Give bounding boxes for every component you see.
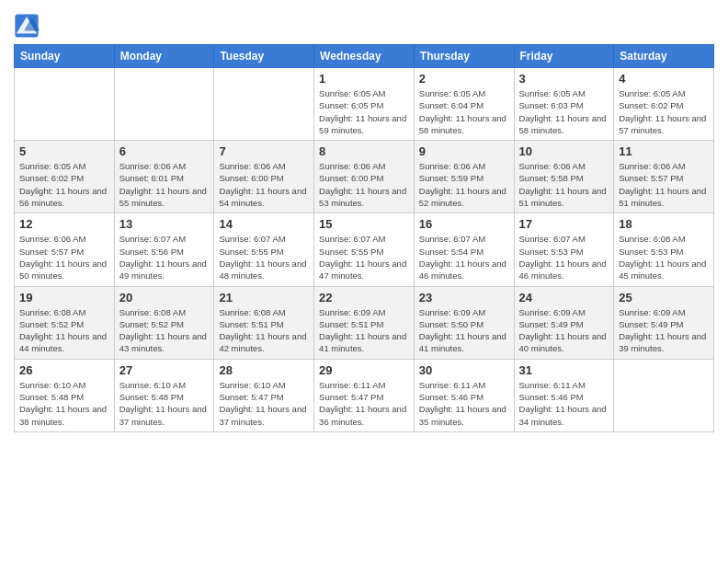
- calendar-cell: 10Sunrise: 6:06 AMSunset: 5:58 PMDayligh…: [514, 141, 614, 213]
- weekday-header-tuesday: Tuesday: [214, 45, 314, 68]
- day-info: Sunrise: 6:10 AMSunset: 5:47 PMDaylight:…: [219, 379, 309, 428]
- weekday-header-thursday: Thursday: [414, 45, 514, 68]
- header: [14, 9, 714, 39]
- day-number: 5: [19, 144, 109, 158]
- calendar-cell: 1Sunrise: 6:05 AMSunset: 6:05 PMDaylight…: [314, 68, 415, 141]
- calendar-cell: 31Sunrise: 6:11 AMSunset: 5:46 PMDayligh…: [514, 359, 614, 431]
- day-number: 20: [119, 291, 210, 304]
- calendar-cell: 23Sunrise: 6:09 AMSunset: 5:50 PMDayligh…: [414, 286, 514, 359]
- day-number: 1: [319, 72, 409, 86]
- calendar-week-row: 12Sunrise: 6:06 AMSunset: 5:57 PMDayligh…: [15, 213, 714, 286]
- calendar-cell: 19Sunrise: 6:08 AMSunset: 5:52 PMDayligh…: [15, 286, 115, 359]
- calendar-cell: 5Sunrise: 6:05 AMSunset: 6:02 PMDaylight…: [15, 141, 115, 213]
- weekday-header-friday: Friday: [514, 45, 614, 68]
- calendar-week-row: 19Sunrise: 6:08 AMSunset: 5:52 PMDayligh…: [15, 286, 714, 359]
- day-info: Sunrise: 6:06 AMSunset: 6:01 PMDaylight:…: [119, 160, 210, 209]
- calendar-table: SundayMondayTuesdayWednesdayThursdayFrid…: [14, 44, 714, 432]
- day-info: Sunrise: 6:06 AMSunset: 5:57 PMDaylight:…: [619, 160, 709, 209]
- day-number: 12: [19, 217, 109, 231]
- calendar-week-row: 5Sunrise: 6:05 AMSunset: 6:02 PMDaylight…: [15, 141, 714, 213]
- calendar-cell: 22Sunrise: 6:09 AMSunset: 5:51 PMDayligh…: [314, 286, 415, 359]
- day-number: 25: [619, 291, 709, 304]
- weekday-header-monday: Monday: [114, 45, 214, 68]
- day-info: Sunrise: 6:09 AMSunset: 5:49 PMDaylight:…: [519, 306, 609, 355]
- calendar-cell: 26Sunrise: 6:10 AMSunset: 5:48 PMDayligh…: [15, 359, 115, 431]
- calendar-cell: 29Sunrise: 6:11 AMSunset: 5:47 PMDayligh…: [314, 359, 415, 431]
- day-info: Sunrise: 6:05 AMSunset: 6:02 PMDaylight:…: [619, 87, 709, 136]
- day-number: 2: [419, 72, 509, 86]
- calendar-cell: 24Sunrise: 6:09 AMSunset: 5:49 PMDayligh…: [514, 286, 614, 359]
- day-info: Sunrise: 6:09 AMSunset: 5:50 PMDaylight:…: [419, 306, 509, 355]
- day-number: 21: [219, 291, 309, 304]
- day-info: Sunrise: 6:07 AMSunset: 5:56 PMDaylight:…: [119, 233, 210, 282]
- calendar-cell: 6Sunrise: 6:06 AMSunset: 6:01 PMDaylight…: [114, 141, 214, 213]
- day-number: 11: [619, 144, 709, 158]
- calendar-cell: 28Sunrise: 6:10 AMSunset: 5:47 PMDayligh…: [214, 359, 314, 431]
- day-info: Sunrise: 6:06 AMSunset: 5:58 PMDaylight:…: [519, 160, 609, 209]
- calendar-cell: 25Sunrise: 6:09 AMSunset: 5:49 PMDayligh…: [614, 286, 714, 359]
- day-info: Sunrise: 6:11 AMSunset: 5:46 PMDaylight:…: [419, 379, 509, 428]
- day-number: 29: [319, 363, 409, 377]
- day-number: 19: [19, 291, 109, 304]
- day-info: Sunrise: 6:05 AMSunset: 6:02 PMDaylight:…: [19, 160, 109, 209]
- day-info: Sunrise: 6:05 AMSunset: 6:05 PMDaylight:…: [319, 87, 409, 136]
- calendar-cell: [15, 68, 115, 141]
- day-info: Sunrise: 6:06 AMSunset: 5:59 PMDaylight:…: [419, 160, 509, 209]
- day-info: Sunrise: 6:05 AMSunset: 6:03 PMDaylight:…: [519, 87, 609, 136]
- day-number: 3: [519, 72, 609, 86]
- day-number: 30: [419, 363, 509, 377]
- day-number: 14: [219, 217, 309, 231]
- day-info: Sunrise: 6:11 AMSunset: 5:46 PMDaylight:…: [519, 379, 609, 428]
- day-info: Sunrise: 6:06 AMSunset: 6:00 PMDaylight:…: [219, 160, 309, 209]
- day-number: 6: [119, 144, 210, 158]
- logo-icon: [14, 13, 40, 39]
- calendar-cell: 27Sunrise: 6:10 AMSunset: 5:48 PMDayligh…: [114, 359, 214, 431]
- calendar-cell: 7Sunrise: 6:06 AMSunset: 6:00 PMDaylight…: [214, 141, 314, 213]
- day-info: Sunrise: 6:08 AMSunset: 5:51 PMDaylight:…: [219, 306, 309, 355]
- day-info: Sunrise: 6:07 AMSunset: 5:53 PMDaylight:…: [519, 233, 609, 282]
- day-info: Sunrise: 6:10 AMSunset: 5:48 PMDaylight:…: [19, 379, 109, 428]
- day-info: Sunrise: 6:11 AMSunset: 5:47 PMDaylight:…: [319, 379, 409, 428]
- calendar-cell: 30Sunrise: 6:11 AMSunset: 5:46 PMDayligh…: [414, 359, 514, 431]
- day-number: 31: [519, 363, 609, 377]
- calendar-cell: [614, 359, 714, 431]
- day-info: Sunrise: 6:06 AMSunset: 6:00 PMDaylight:…: [319, 160, 409, 209]
- page: SundayMondayTuesdayWednesdayThursdayFrid…: [0, 0, 728, 563]
- day-info: Sunrise: 6:07 AMSunset: 5:55 PMDaylight:…: [319, 233, 409, 282]
- calendar-cell: 4Sunrise: 6:05 AMSunset: 6:02 PMDaylight…: [614, 68, 714, 141]
- calendar-cell: 13Sunrise: 6:07 AMSunset: 5:56 PMDayligh…: [114, 213, 214, 286]
- day-number: 26: [19, 363, 109, 377]
- calendar-cell: 14Sunrise: 6:07 AMSunset: 5:55 PMDayligh…: [214, 213, 314, 286]
- calendar-cell: 9Sunrise: 6:06 AMSunset: 5:59 PMDaylight…: [414, 141, 514, 213]
- weekday-header-row: SundayMondayTuesdayWednesdayThursdayFrid…: [15, 45, 714, 68]
- day-info: Sunrise: 6:10 AMSunset: 5:48 PMDaylight:…: [119, 379, 210, 428]
- day-info: Sunrise: 6:09 AMSunset: 5:51 PMDaylight:…: [319, 306, 409, 355]
- day-number: 24: [519, 291, 609, 304]
- calendar-cell: 11Sunrise: 6:06 AMSunset: 5:57 PMDayligh…: [614, 141, 714, 213]
- weekday-header-saturday: Saturday: [614, 45, 714, 68]
- day-number: 13: [119, 217, 210, 231]
- day-number: 9: [419, 144, 509, 158]
- day-number: 23: [419, 291, 509, 304]
- calendar-cell: 20Sunrise: 6:08 AMSunset: 5:52 PMDayligh…: [114, 286, 214, 359]
- day-number: 17: [519, 217, 609, 231]
- calendar-cell: [114, 68, 214, 141]
- day-info: Sunrise: 6:07 AMSunset: 5:54 PMDaylight:…: [419, 233, 509, 282]
- weekday-header-wednesday: Wednesday: [314, 45, 415, 68]
- calendar-cell: 8Sunrise: 6:06 AMSunset: 6:00 PMDaylight…: [314, 141, 415, 213]
- calendar-cell: 17Sunrise: 6:07 AMSunset: 5:53 PMDayligh…: [514, 213, 614, 286]
- day-number: 10: [519, 144, 609, 158]
- day-info: Sunrise: 6:08 AMSunset: 5:52 PMDaylight:…: [119, 306, 210, 355]
- day-number: 18: [619, 217, 709, 231]
- day-info: Sunrise: 6:09 AMSunset: 5:49 PMDaylight:…: [619, 306, 709, 355]
- calendar-week-row: 1Sunrise: 6:05 AMSunset: 6:05 PMDaylight…: [15, 68, 714, 141]
- calendar-cell: 18Sunrise: 6:08 AMSunset: 5:53 PMDayligh…: [614, 213, 714, 286]
- day-info: Sunrise: 6:06 AMSunset: 5:57 PMDaylight:…: [19, 233, 109, 282]
- day-number: 22: [319, 291, 409, 304]
- calendar-cell: 16Sunrise: 6:07 AMSunset: 5:54 PMDayligh…: [414, 213, 514, 286]
- calendar-cell: 3Sunrise: 6:05 AMSunset: 6:03 PMDaylight…: [514, 68, 614, 141]
- calendar-cell: 15Sunrise: 6:07 AMSunset: 5:55 PMDayligh…: [314, 213, 415, 286]
- weekday-header-sunday: Sunday: [15, 45, 115, 68]
- day-number: 15: [319, 217, 409, 231]
- calendar-week-row: 26Sunrise: 6:10 AMSunset: 5:48 PMDayligh…: [15, 359, 714, 431]
